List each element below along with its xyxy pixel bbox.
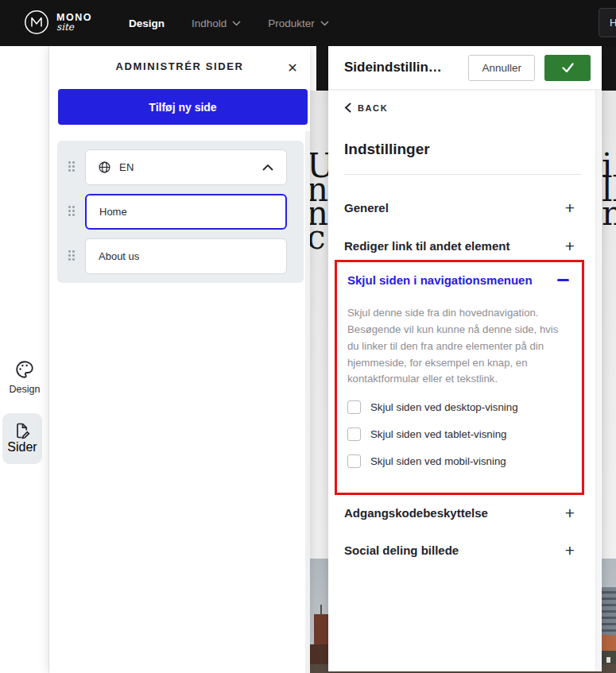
sidebar-item-label: Design bbox=[0, 384, 49, 395]
checkbox-label: Skjul siden ved tablet-visning bbox=[370, 428, 506, 440]
tool-sidebar: Design Sider bbox=[0, 46, 49, 673]
section-label: Adgangskodebeskyttelse bbox=[344, 506, 488, 520]
chevron-down-icon bbox=[232, 21, 241, 26]
logo-text: MONO site bbox=[56, 12, 92, 33]
page-item-about-us[interactable]: About us bbox=[85, 238, 287, 274]
mono-logo[interactable]: MONO site bbox=[24, 10, 92, 35]
page-settings-panel: Sideindstillin… Annuller BACK Indstillin… bbox=[328, 46, 602, 671]
pages-icon bbox=[13, 421, 32, 440]
top-navigation: Design Indhold Produkter bbox=[129, 0, 329, 46]
confirm-button[interactable] bbox=[544, 55, 591, 81]
sidebar-item-design[interactable]: Design bbox=[0, 359, 49, 395]
nav-item-design[interactable]: Design bbox=[129, 17, 165, 29]
drag-handle-icon[interactable] bbox=[68, 161, 78, 172]
checkbox-icon[interactable] bbox=[347, 400, 361, 414]
language-row[interactable]: EN bbox=[85, 149, 287, 185]
help-button[interactable]: H bbox=[599, 8, 616, 37]
cancel-button[interactable]: Annuller bbox=[468, 55, 535, 81]
settings-heading: Indstillinger bbox=[344, 141, 430, 158]
add-page-button[interactable]: Tilføj ny side bbox=[58, 89, 308, 125]
section-social-deling[interactable]: Social deling billede + bbox=[344, 536, 575, 564]
drag-handle-icon[interactable] bbox=[68, 206, 78, 217]
sidebar-item-label: Sider bbox=[7, 440, 37, 454]
divider bbox=[344, 174, 581, 175]
pages-panel-scrollbar[interactable] bbox=[305, 131, 310, 673]
back-button[interactable]: BACK bbox=[344, 102, 388, 113]
plus-icon: + bbox=[565, 238, 575, 254]
checkbox-label: Skjul siden ved mobil-visning bbox=[370, 455, 506, 467]
checkbox-hide-desktop[interactable]: Skjul siden ved desktop-visning bbox=[347, 400, 571, 414]
pages-panel-header: ADMINISTRÉR SIDER ✕ bbox=[49, 46, 310, 90]
settings-panel-title: Sideindstillin… bbox=[344, 60, 442, 75]
chevron-down-icon bbox=[320, 21, 329, 26]
nav-item-produkter[interactable]: Produkter bbox=[268, 17, 329, 29]
palette-icon bbox=[14, 359, 35, 380]
highlighted-section-skjul: Skjul siden i navigationsmenuen Skjul de… bbox=[335, 260, 584, 495]
mono-logo-icon bbox=[24, 10, 49, 35]
checkbox-icon[interactable] bbox=[347, 454, 361, 468]
back-label: BACK bbox=[358, 103, 388, 113]
preview-headline-fragment-right: i ll n bbox=[602, 154, 616, 226]
checkmark-icon bbox=[560, 60, 575, 75]
photo-window bbox=[606, 657, 610, 663]
globe-icon bbox=[99, 161, 110, 173]
checkbox-icon[interactable] bbox=[347, 427, 361, 441]
chevron-up-icon bbox=[262, 164, 273, 171]
section-label: Rediger link til andet element bbox=[344, 239, 509, 253]
section-generel[interactable]: Generel + bbox=[344, 193, 575, 222]
top-toolbar: MONO site Design Indhold Produkter H bbox=[0, 0, 616, 46]
section-skjul-header[interactable]: Skjul siden i navigationsmenuen bbox=[345, 273, 574, 287]
plus-icon: + bbox=[565, 505, 575, 521]
settings-panel-body: BACK Indstillinger Generel + Rediger lin… bbox=[328, 90, 602, 671]
chevron-left-icon bbox=[344, 102, 351, 113]
sidebar-item-sider[interactable]: Sider bbox=[2, 413, 42, 464]
close-icon[interactable]: ✕ bbox=[281, 56, 304, 79]
nav-item-indhold[interactable]: Indhold bbox=[192, 17, 241, 29]
page-item-home[interactable]: Home bbox=[85, 194, 287, 230]
checkbox-hide-mobile[interactable]: Skjul siden ved mobil-visning bbox=[347, 454, 571, 468]
section-label: Social deling billede bbox=[344, 543, 459, 557]
section-description: Skjul denne side fra din hovednavigation… bbox=[347, 305, 571, 388]
settings-panel-header: Sideindstillin… Annuller bbox=[328, 46, 602, 90]
drag-handle-icon[interactable] bbox=[68, 250, 78, 261]
checkbox-label: Skjul siden ved desktop-visning bbox=[370, 401, 518, 413]
plus-icon: + bbox=[565, 199, 575, 216]
page-item-label: About us bbox=[99, 250, 139, 262]
section-adgangskode[interactable]: Adgangskodebeskyttelse + bbox=[344, 498, 575, 527]
language-label: EN bbox=[119, 161, 134, 173]
section-rediger-link[interactable]: Rediger link til andet element + bbox=[344, 231, 575, 260]
minus-icon bbox=[557, 279, 569, 281]
page-item-label: Home bbox=[99, 206, 127, 218]
section-label: Generel bbox=[344, 201, 389, 215]
pages-panel-title: ADMINISTRÉR SIDER bbox=[49, 60, 310, 72]
page-list: EN Home About us bbox=[57, 141, 304, 283]
app: U n n c i ll n Design bbox=[0, 0, 616, 673]
settings-panel-scrollbar[interactable] bbox=[595, 90, 601, 671]
section-label: Skjul siden i navigationsmenuen bbox=[347, 273, 533, 287]
logo-secondary: site bbox=[56, 21, 92, 33]
plus-icon: + bbox=[565, 542, 575, 559]
manage-pages-panel: ADMINISTRÉR SIDER ✕ Tilføj ny side EN bbox=[49, 46, 310, 673]
checkbox-hide-tablet[interactable]: Skjul siden ved tablet-visning bbox=[347, 427, 571, 441]
